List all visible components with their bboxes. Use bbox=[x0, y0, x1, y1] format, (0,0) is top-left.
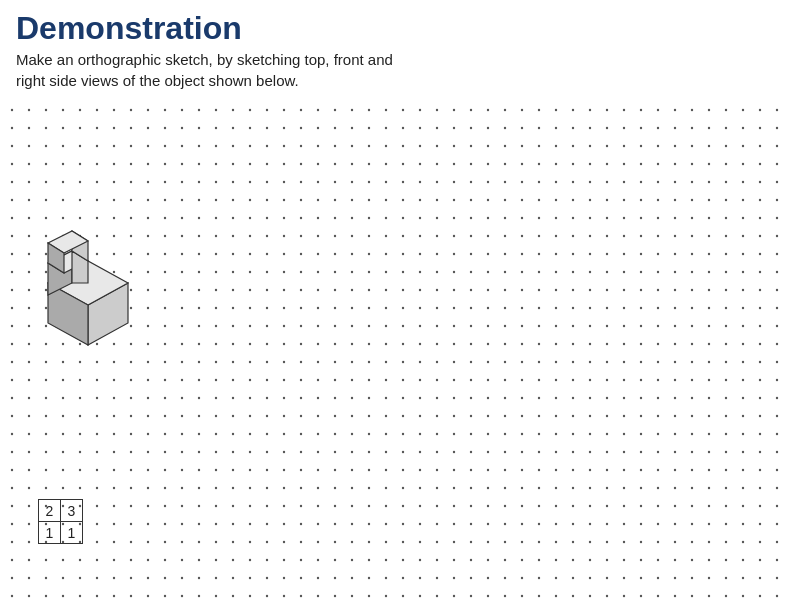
cell-1b: 1 bbox=[61, 522, 83, 544]
cell-1a: 1 bbox=[39, 522, 61, 544]
subtitle-line2: right side views of the object shown bel… bbox=[16, 72, 299, 89]
header-section: Demonstration Make an orthographic sketc… bbox=[0, 0, 792, 97]
table-row: 1 1 bbox=[39, 522, 83, 544]
isometric-object bbox=[28, 215, 148, 375]
score-table: 2 3 1 1 bbox=[38, 499, 83, 544]
subtitle-line1: Make an orthographic sketch, by sketchin… bbox=[16, 51, 393, 68]
table-row: 2 3 bbox=[39, 500, 83, 522]
cell-2: 2 bbox=[39, 500, 61, 522]
page-subtitle: Make an orthographic sketch, by sketchin… bbox=[16, 49, 776, 91]
page-title: Demonstration bbox=[16, 10, 776, 47]
cell-3: 3 bbox=[61, 500, 83, 522]
